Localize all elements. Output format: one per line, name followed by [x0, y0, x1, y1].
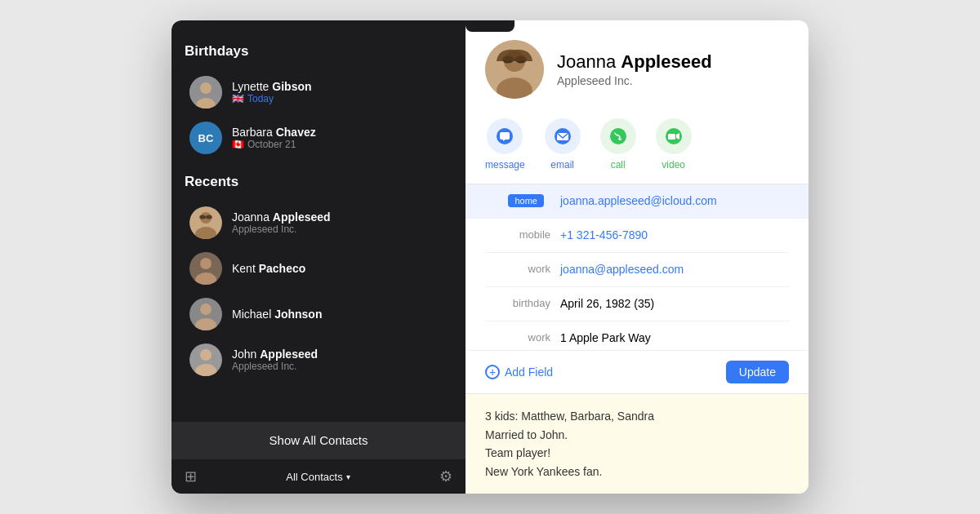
- notes-section: 3 kids: Matthew, Barbara, Sandra Married…: [466, 393, 808, 494]
- recent-item-john[interactable]: John Appleseed Appleseed Inc.: [185, 337, 452, 383]
- chevron-down-icon: ▾: [346, 472, 350, 481]
- svg-point-7: [206, 215, 212, 219]
- fields-section: home joanna.appleseed@icloud.com mobile …: [466, 184, 808, 350]
- contact-full-name: Joanna Appleseed: [557, 51, 712, 73]
- birthdays-title: Birthdays: [185, 43, 452, 60]
- svg-point-1: [200, 82, 212, 94]
- contact-company: Appleseed Inc.: [557, 74, 712, 87]
- call-label: call: [611, 159, 626, 171]
- recents-title: Recents: [185, 174, 452, 190]
- gear-icon[interactable]: ⚙: [439, 467, 452, 485]
- recent-info-john: John Appleseed Appleseed Inc.: [232, 348, 318, 372]
- recent-avatar-kent: [189, 252, 222, 285]
- recent-info-joanna: Joanna Appleseed Appleseed Inc.: [232, 210, 331, 235]
- add-field-button[interactable]: + Add Field: [485, 365, 553, 379]
- birthday-info-barbara: Barbara Chavez 🇨🇦 October 21: [232, 126, 316, 150]
- all-contacts-label: All Contacts: [286, 471, 342, 483]
- all-contacts-dropdown[interactable]: All Contacts ▾: [286, 471, 350, 483]
- birthday-info-lynette: Lynette Gibson 🇬🇧 Today: [232, 80, 312, 104]
- recent-info-kent: Kent Pacheco: [232, 262, 305, 275]
- email-icon: [545, 118, 581, 154]
- message-label: message: [485, 159, 525, 171]
- avatar-barbara: BC: [189, 122, 222, 154]
- recent-info-michael: Michael Johnson: [232, 308, 322, 321]
- recent-sub-john: Appleseed Inc.: [232, 361, 318, 372]
- svg-point-13: [200, 304, 212, 315]
- call-icon: [600, 118, 636, 154]
- recents-section: Recents: [185, 174, 452, 383]
- birthday-date-lynette: 🇬🇧 Today: [232, 93, 312, 104]
- contact-header-info: Joanna Appleseed Appleseed Inc.: [557, 51, 712, 87]
- right-panel: Joanna Appleseed Appleseed Inc. message: [466, 20, 808, 494]
- svg-point-27: [610, 128, 626, 144]
- field-row-home: home joanna.appleseed@icloud.com: [466, 184, 808, 219]
- birthday-item-lynette[interactable]: Lynette Gibson 🇬🇧 Today: [185, 69, 452, 115]
- birthday-name-lynette: Lynette Gibson: [232, 80, 312, 93]
- field-value-home[interactable]: joanna.appleseed@icloud.com: [560, 193, 789, 210]
- app-container: Birthdays Lynette Gibson 🇬🇧 Today: [172, 20, 808, 494]
- field-label-work-address: work: [485, 330, 550, 343]
- birthday-date-barbara: 🇨🇦 October 21: [232, 139, 316, 150]
- field-value-work-email[interactable]: joanna@appleseed.com: [560, 261, 789, 278]
- plus-icon: +: [485, 365, 500, 379]
- contact-header: Joanna Appleseed Appleseed Inc.: [466, 20, 808, 112]
- field-value-work-address: 1 Apple Park Way Cupertino CA 95014 Unit…: [560, 330, 789, 350]
- field-label-home: home: [485, 193, 550, 206]
- field-value-mobile[interactable]: +1 321-456-7890: [560, 227, 789, 244]
- recent-item-michael[interactable]: Michael Johnson: [185, 291, 452, 337]
- field-row-birthday: birthday April 26, 1982 (35): [485, 287, 789, 321]
- sidebar-icon[interactable]: ⊞: [185, 467, 197, 485]
- email-label: email: [550, 159, 574, 171]
- avatar-lynette: [189, 76, 222, 109]
- recent-name-joanna: Joanna Appleseed: [232, 210, 331, 224]
- contact-avatar-joanna: [485, 40, 544, 99]
- update-button[interactable]: Update: [726, 361, 789, 383]
- field-row-work-address: work 1 Apple Park Way Cupertino CA 95014…: [485, 321, 789, 350]
- bottom-bar: ⊞ All Contacts ▾ ⚙: [172, 459, 466, 494]
- recent-name-kent: Kent Pacheco: [232, 262, 305, 275]
- left-content: Birthdays Lynette Gibson 🇬🇧 Today: [172, 20, 466, 415]
- svg-point-10: [200, 258, 212, 269]
- video-icon: [656, 118, 692, 154]
- svg-point-16: [200, 349, 212, 361]
- field-label-work-email: work: [485, 261, 550, 275]
- email-action-button[interactable]: email: [545, 118, 581, 171]
- recent-avatar-joanna: [189, 206, 222, 239]
- call-action-button[interactable]: call: [600, 118, 636, 171]
- recent-avatar-michael: [189, 298, 222, 330]
- recent-name-michael: Michael Johnson: [232, 308, 322, 321]
- recent-item-joanna[interactable]: Joanna Appleseed Appleseed Inc.: [185, 200, 452, 246]
- video-label: video: [662, 159, 685, 171]
- show-all-contacts-button[interactable]: Show All Contacts: [172, 422, 466, 459]
- birthday-item-barbara[interactable]: BC Barbara Chavez 🇨🇦 October 21: [185, 115, 452, 161]
- field-label-birthday: birthday: [485, 295, 550, 309]
- birthday-name-barbara: Barbara Chavez: [232, 126, 316, 139]
- field-value-birthday: April 26, 1982 (35): [560, 295, 789, 312]
- home-badge: home: [508, 194, 544, 207]
- left-panel: Birthdays Lynette Gibson 🇬🇧 Today: [172, 20, 466, 494]
- message-icon: [487, 118, 523, 154]
- notes-text: 3 kids: Matthew, Barbara, Sandra Married…: [485, 410, 654, 477]
- svg-rect-29: [668, 134, 675, 140]
- action-buttons: message email: [466, 112, 808, 184]
- field-label-mobile: mobile: [485, 227, 550, 241]
- recent-sub-joanna: Appleseed Inc.: [232, 224, 331, 235]
- recent-item-kent[interactable]: Kent Pacheco: [185, 246, 452, 291]
- recent-name-john: John Appleseed: [232, 348, 318, 361]
- video-action-button[interactable]: video: [656, 118, 692, 171]
- recent-avatar-john: [189, 343, 222, 376]
- add-field-label: Add Field: [505, 366, 553, 379]
- field-row-work-email: work joanna@appleseed.com: [485, 253, 789, 287]
- add-field-row: + Add Field Update: [466, 350, 808, 393]
- message-action-button[interactable]: message: [485, 118, 525, 171]
- svg-point-6: [199, 215, 206, 219]
- field-row-mobile: mobile +1 321-456-7890: [485, 219, 789, 253]
